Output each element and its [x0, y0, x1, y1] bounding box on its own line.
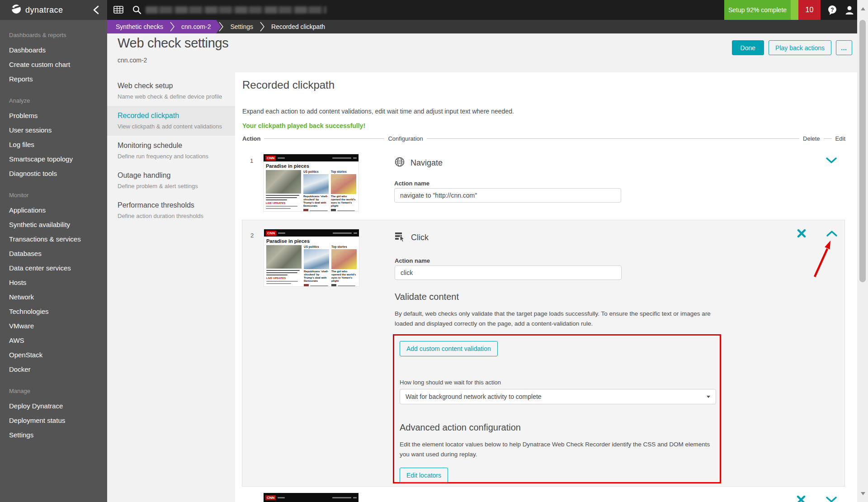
add-custom-content-validation-button[interactable]: Add custom content validation — [400, 341, 498, 356]
validate-content-description: By default, web checks only validate tha… — [395, 309, 724, 328]
subnav-title: Performance thresholds — [118, 201, 231, 209]
scrollbar-thumb[interactable] — [859, 20, 866, 282]
sidebar-item-databases[interactable]: Databases — [0, 246, 107, 261]
sidebar-item-network[interactable]: Network — [0, 290, 107, 304]
sidebar-item-create-custom-chart[interactable]: Create custom chart — [0, 57, 107, 72]
divider — [824, 138, 832, 139]
breadcrumb-settings[interactable]: Settings — [225, 23, 259, 30]
column-edit: Edit — [835, 135, 845, 142]
apps-icon[interactable] — [113, 5, 124, 17]
subnav-title: Monitoring schedule — [118, 142, 231, 150]
settings-subnav: Web check setup Name web check & define … — [107, 72, 235, 502]
setup-progress-button[interactable]: Setup 92% complete — [724, 0, 791, 20]
thumb-headline: Paradise in pieces — [266, 163, 356, 169]
sidebar-item-settings[interactable]: Settings — [0, 428, 107, 442]
breadcrumb-synthetic-checks[interactable]: Synthetic checks — [110, 23, 169, 30]
scroll-up-icon[interactable] — [861, 7, 865, 10]
annotation-arrow — [807, 234, 847, 283]
action-index: 1 — [250, 157, 253, 164]
sidebar-item-synthetic-availability[interactable]: Synthetic availability — [0, 218, 107, 232]
action-name-input[interactable] — [394, 188, 621, 203]
dynatrace-logo — [11, 4, 22, 16]
subnav-item-performance-thresholds[interactable]: Performance thresholds Define action dur… — [107, 195, 235, 225]
sidebar-item-vmware[interactable]: VMware — [0, 319, 107, 333]
expand-action-icon[interactable] — [825, 156, 838, 166]
search-icon[interactable] — [132, 5, 142, 17]
collapse-sidebar-icon[interactable] — [92, 5, 101, 17]
sidebar-item-deployment-status[interactable]: Deployment status — [0, 413, 107, 428]
sidebar-item-reports[interactable]: Reports — [0, 72, 107, 86]
cnn-logo: CNN — [266, 231, 276, 236]
thumb-live-label: LIVE UPDATES — [266, 202, 301, 204]
top-bar: dynatrace Setup 92% complete 10 ? — [0, 0, 868, 20]
sidebar-item-docker[interactable]: Docker — [0, 362, 107, 377]
done-button[interactable]: Done — [732, 40, 764, 55]
annotation-highlight-box: Add custom content validation How long s… — [393, 334, 721, 483]
user-icon[interactable] — [844, 4, 855, 18]
action-name-input[interactable] — [395, 265, 622, 280]
notifications-badge[interactable]: 10 — [798, 0, 821, 20]
action-type-label: Click — [411, 233, 429, 242]
subnav-item-monitoring-schedule[interactable]: Monitoring schedule Define run frequency… — [107, 136, 235, 166]
divider — [264, 138, 384, 139]
actions-table-header: Action Configuration Delete Edit — [242, 134, 845, 143]
sidebar-item-user-sessions[interactable]: User sessions — [0, 123, 107, 137]
setup-progress-strip — [791, 0, 798, 20]
subnav-subtitle: Define problem & alert settings — [118, 183, 231, 189]
thumb-image — [266, 245, 302, 269]
action-row-partial: CNN — [235, 493, 857, 502]
collapse-action-icon[interactable] — [826, 229, 838, 239]
chevron-right-icon — [169, 21, 176, 33]
thumb-image — [331, 249, 357, 269]
sidebar-item-dashboards[interactable]: Dashboards — [0, 43, 107, 57]
subnav-item-web-check-setup[interactable]: Web check setup Name web check & define … — [107, 76, 235, 106]
edit-locators-button[interactable]: Edit locators — [400, 468, 448, 483]
breadcrumb-recorded-clickpath[interactable]: Recorded clickpath — [266, 23, 330, 30]
action-thumbnail: CNN Paradise in pieces LIVE UPDATES US p… — [264, 154, 359, 211]
help-chat-icon[interactable]: ? — [826, 4, 838, 18]
sidebar-item-transactions-services[interactable]: Transactions & services — [0, 232, 107, 246]
sidebar-item-log-files[interactable]: Log files — [0, 137, 107, 152]
breadcrumb-check-name[interactable]: cnn.com-2 — [176, 23, 216, 30]
sidebar-item-technologies[interactable]: Technologies — [0, 304, 107, 319]
action-type-label: Navigate — [410, 158, 443, 168]
sidebar-item-smartscape-topology[interactable]: Smartscape topology — [0, 152, 107, 166]
subnav-item-recorded-clickpath[interactable]: Recorded clickpath View clickpath & add … — [107, 106, 235, 136]
global-search-input[interactable] — [146, 6, 326, 14]
column-action: Action — [242, 135, 260, 142]
section-description: Expand each action to add content valida… — [242, 108, 514, 115]
thumb-col-label: Top stories — [331, 245, 357, 248]
sidebar-item-diagnostic-tools[interactable]: Diagnostic tools — [0, 166, 107, 181]
playback-success-message: Your clickpath played back successfully! — [242, 122, 365, 129]
page-scrollbar[interactable] — [857, 0, 868, 502]
sidebar-item-data-center-services[interactable]: Data center services — [0, 261, 107, 275]
action-thumbnail: CNN — [264, 493, 359, 502]
subnav-subtitle: Define run frequency and locations — [118, 153, 231, 160]
expand-action-icon[interactable] — [825, 496, 838, 502]
sidebar-section-header: Dashboards & reports — [0, 32, 107, 43]
delete-action-icon[interactable] — [797, 228, 807, 240]
svg-text:?: ? — [830, 7, 834, 13]
thumb-image — [331, 174, 356, 194]
action-thumbnail: CNN Paradise in pieces LIVE UPDATES US p… — [264, 229, 359, 286]
sidebar-item-problems[interactable]: Problems — [0, 109, 107, 123]
sidebar-item-deploy-dynatrace[interactable]: Deploy Dynatrace — [0, 399, 107, 413]
brand-name: dynatrace — [25, 5, 63, 15]
section-heading: Recorded clickpath — [242, 79, 335, 91]
sidebar-item-applications[interactable]: Applications — [0, 203, 107, 218]
subnav-title: Web check setup — [118, 82, 231, 90]
sidebar-item-hosts[interactable]: Hosts — [0, 275, 107, 290]
advanced-configuration-description: Edit the element locator values below to… — [400, 440, 716, 459]
sidebar-item-openstack[interactable]: OpenStack — [0, 348, 107, 362]
brand-bar: dynatrace — [0, 0, 107, 20]
wait-dropdown[interactable]: Wait for background network activity to … — [400, 389, 716, 404]
play-back-actions-button[interactable]: Play back actions — [769, 40, 831, 55]
subnav-item-outage-handling[interactable]: Outage handling Define problem & alert s… — [107, 166, 235, 195]
thumb-caption: Republicans 'shell-shocked' by Trump's d… — [304, 270, 329, 283]
sidebar-item-aws[interactable]: AWS — [0, 333, 107, 348]
action-name-label: Action name — [395, 257, 430, 264]
more-options-button[interactable]: … — [836, 40, 852, 55]
scroll-down-icon[interactable] — [861, 492, 865, 495]
delete-action-icon[interactable] — [796, 495, 806, 502]
cnn-logo: CNN — [265, 495, 276, 500]
